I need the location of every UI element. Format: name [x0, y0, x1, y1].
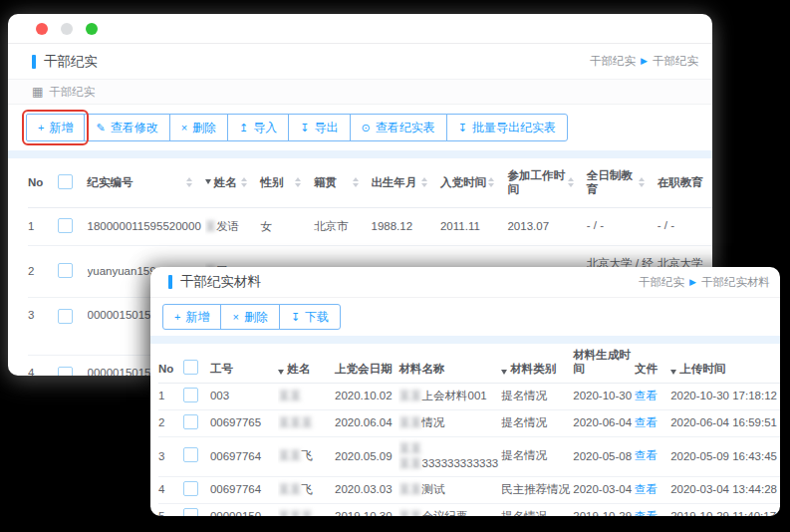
sort-icon[interactable] — [568, 177, 574, 187]
row-number-cell: 1 — [28, 207, 58, 245]
filter-icon[interactable] — [501, 370, 507, 375]
row-checkbox[interactable] — [58, 309, 73, 324]
column-header[interactable]: 姓名 — [278, 344, 335, 383]
column-header-label: 参加工作时间 — [507, 168, 567, 197]
row-number-cell: 4 — [28, 355, 58, 376]
filter-icon[interactable] — [205, 179, 211, 184]
view-file-link[interactable]: 查看 — [635, 449, 658, 461]
column-header[interactable]: 姓名 — [205, 158, 261, 207]
redacted-text: 某某 — [398, 510, 421, 516]
sort-icon[interactable] — [186, 177, 192, 187]
row-checkbox[interactable] — [58, 367, 73, 376]
table-cell: 2020.05.09 — [335, 436, 398, 476]
sort-down-arrow — [488, 183, 494, 187]
title-accent-bar — [32, 55, 36, 69]
close-window-button[interactable] — [36, 23, 48, 35]
row-checkbox[interactable] — [183, 508, 198, 516]
column-header[interactable]: 全日制教育 — [587, 158, 658, 207]
sort-icon[interactable] — [353, 177, 359, 187]
minimize-window-button[interactable] — [61, 23, 73, 35]
column-header-label: 入党时间 — [440, 175, 486, 189]
toolbar-divider-strip — [8, 150, 712, 158]
breadcrumb-item[interactable]: 干部纪实 — [639, 275, 684, 290]
column-header[interactable]: 纪实编号 — [88, 158, 205, 207]
cell-text: 180000011595520000 — [88, 220, 201, 232]
breadcrumb-item[interactable]: 干部纪实 — [590, 54, 636, 69]
table-cell: 2019-10-29 — [573, 503, 635, 516]
toolbar-button-delete[interactable]: ×删除 — [220, 304, 279, 330]
select-all-checkbox[interactable] — [183, 360, 198, 375]
sort-down-arrow — [353, 183, 359, 187]
view-file-link[interactable]: 查看 — [635, 483, 658, 495]
column-header-label: 在职教育 — [658, 175, 703, 189]
toolbar-button-batch-export-record-table[interactable]: ↧批量导出纪实表 — [446, 114, 568, 141]
toolbar-button-add[interactable]: +新增 — [162, 304, 221, 330]
toolbar-button-label: 导入 — [253, 120, 277, 136]
sort-icon[interactable] — [241, 177, 247, 187]
table-cell: 某发语 — [205, 207, 261, 245]
column-header[interactable]: 出生年月 — [372, 158, 440, 207]
row-checkbox[interactable] — [183, 388, 198, 402]
toolbar-button-add[interactable]: +新增 — [26, 114, 85, 141]
cell-text: 2020-10-30 17:18:12 — [670, 390, 777, 401]
redacted-text: 某某 — [278, 483, 301, 495]
sort-icon[interactable] — [488, 177, 494, 187]
column-header-content: 籍贯 — [314, 175, 368, 189]
panel-title: 干部纪实 — [49, 85, 95, 100]
sort-down-arrow — [421, 183, 427, 187]
breadcrumb-item: 干部纪实材料 — [701, 275, 770, 290]
table-cell: 提名情况 — [501, 409, 573, 436]
cell-text: 2020.05.09 — [335, 450, 393, 462]
table-cell: 某某飞 — [278, 476, 335, 503]
table-cell: 1988.12 — [372, 207, 440, 245]
row-checkbox[interactable] — [58, 263, 73, 278]
sort-icon[interactable] — [295, 177, 301, 187]
column-header[interactable]: 上传时间 — [670, 344, 780, 383]
cell-text: 00697764 — [210, 450, 261, 462]
row-checkbox-cell — [183, 503, 210, 516]
column-header: No — [28, 158, 58, 207]
table-cell: 某某情况 — [398, 409, 501, 436]
table-cell: 查看 — [635, 503, 670, 516]
page-header: 干部纪实 干部纪实▶干部纪实 — [8, 44, 712, 80]
cell-text: 民主推荐情况 — [501, 483, 570, 495]
row-checkbox-cell — [183, 383, 210, 409]
row-checkbox[interactable] — [183, 481, 198, 496]
toolbar-button-download[interactable]: ↧下载 — [279, 304, 341, 330]
select-all-checkbox[interactable] — [58, 174, 73, 189]
toolbar-button-delete[interactable]: ×删除 — [169, 114, 228, 141]
row-checkbox[interactable] — [58, 218, 73, 233]
redacted-text: 某某 — [398, 390, 421, 401]
column-header-content: 材料生成时间 — [573, 348, 632, 377]
column-header-content: 全日制教育 — [587, 168, 654, 197]
table-cell: 2019-10-29 11:40:17 — [670, 503, 780, 516]
column-header[interactable]: 籍贯 — [314, 158, 372, 207]
sort-icon[interactable] — [421, 177, 427, 187]
column-header[interactable]: 材料类别 — [501, 344, 573, 383]
row-checkbox[interactable] — [183, 414, 198, 429]
view-file-link[interactable]: 查看 — [635, 390, 658, 401]
row-checkbox[interactable] — [183, 447, 198, 462]
toolbar-button-view-edit[interactable]: ✎查看修改 — [84, 114, 169, 141]
maximize-window-button[interactable] — [86, 23, 98, 35]
column-header[interactable]: 参加工作时间 — [507, 158, 586, 207]
view-file-link[interactable]: 查看 — [635, 510, 658, 516]
cell-text: 2020-06-04 — [573, 416, 632, 428]
table-cell: 2019.10.30 — [335, 503, 398, 516]
view-file-link[interactable]: 查看 — [635, 416, 658, 428]
toolbar-button-import[interactable]: ↥导入 — [227, 114, 289, 141]
column-header[interactable]: 性别 — [260, 158, 313, 207]
column-header-label: 材料类别 — [510, 362, 556, 376]
column-header-content: 文件 — [635, 362, 667, 376]
filter-icon[interactable] — [278, 370, 284, 375]
table-cell: 2020.10.02 — [335, 383, 398, 409]
toolbar-button-view-record-table[interactable]: ⊙查看纪实表 — [350, 114, 447, 141]
sort-icon[interactable] — [639, 177, 645, 187]
row-number-cell: 4 — [158, 476, 183, 503]
table-row: 200697765某某某2020.06.04某某情况提名情况2020-06-04… — [158, 409, 780, 436]
toolbar-button-export[interactable]: ↧导出 — [288, 114, 350, 141]
filter-icon[interactable] — [670, 370, 676, 375]
column-header: 工号 — [210, 344, 278, 383]
column-header[interactable]: 入党时间 — [440, 158, 508, 207]
table-cell: 2020-03-04 — [573, 476, 635, 503]
